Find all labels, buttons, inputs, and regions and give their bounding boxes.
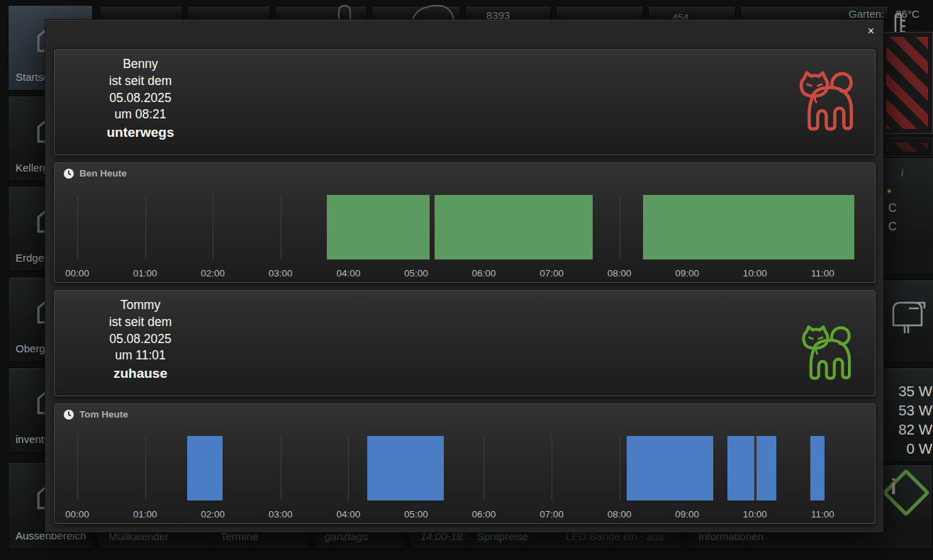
power-value: 82 W <box>882 420 932 439</box>
axis-tick-label: 01:00 <box>133 268 157 279</box>
smart-home-dashboard: StartseiteKellergeschossErdgeschossOberg… <box>0 0 933 560</box>
tom-chart-panel: Tom Heute 00:0001:0002:0003:0004:0005:00… <box>54 403 876 524</box>
axis-tick-label: 10:00 <box>743 268 767 279</box>
close-icon[interactable]: × <box>868 26 874 37</box>
graph-curve-icon <box>410 3 459 20</box>
chart-title: Tom Heute <box>79 409 128 420</box>
clock-icon <box>63 168 74 179</box>
axis-tick-label: 10:00 <box>743 509 767 520</box>
gridline <box>77 436 78 500</box>
since-date: 05.08.2025 <box>55 331 226 348</box>
cat-icon <box>796 58 861 145</box>
tom-timeline-plot: 00:0001:0002:0003:0004:0005:0006:0007:00… <box>62 436 874 500</box>
presence-bar <box>327 195 430 259</box>
gridline <box>620 436 620 500</box>
tommy-status-text: Tommy ist seit dem 05.08.2025 um 11:01 z… <box>55 297 226 382</box>
gridline <box>755 436 756 500</box>
garden-label: Garten: <box>849 8 884 20</box>
axis-tick-label: 02:00 <box>201 268 225 279</box>
information-i-glyph: i <box>890 475 896 499</box>
presence-bar <box>367 436 444 500</box>
axis-tick-label: 03:00 <box>269 509 293 520</box>
axis-tick-label: 01:00 <box>133 509 157 520</box>
axis-tick-label: 04:00 <box>336 509 360 520</box>
gridline <box>348 436 349 500</box>
presence-bar <box>727 436 754 500</box>
presence-bar <box>435 195 593 259</box>
cat-name: Tommy <box>55 297 226 314</box>
benny-status-panel: Benny ist seit dem 05.08.2025 um 08:21 u… <box>54 49 876 155</box>
gridline <box>484 436 484 500</box>
axis-tick-label: 04:00 <box>336 268 360 279</box>
chart-title: Ben Heute <box>79 168 127 179</box>
top-tile-sliver[interactable] <box>556 6 644 20</box>
gridline <box>281 436 281 500</box>
cat-name: Benny <box>55 56 226 73</box>
axis-tick-label: 00:00 <box>65 268 89 279</box>
axis-tick-label: 11:00 <box>811 509 834 520</box>
top-tile-sliver[interactable] <box>99 6 183 20</box>
amber-mark: ✶ <box>885 186 893 196</box>
gridline <box>552 436 552 500</box>
gridline <box>213 195 213 259</box>
axis-tick-label: 08:00 <box>608 268 632 279</box>
axis-tick-label: 05:00 <box>404 509 428 520</box>
benny-status-text: Benny ist seit dem 05.08.2025 um 08:21 u… <box>55 56 226 141</box>
hazard-stripe-tile[interactable] <box>881 32 933 134</box>
since-line: ist seit dem <box>55 314 226 331</box>
axis-tick-label: 07:00 <box>540 509 564 520</box>
status-value: zuhause <box>55 365 226 382</box>
top-tile-sliver[interactable] <box>187 6 271 20</box>
cat-tracker-dialog: × Benny ist seit dem 05.08.2025 um 08:21… <box>45 20 883 532</box>
axis-tick-label: 02:00 <box>201 509 225 520</box>
info-mark: i <box>901 167 903 179</box>
partial-temp-line: C <box>888 202 897 215</box>
weather-tile[interactable]: i ✶ C C <box>881 157 933 275</box>
clock-icon <box>63 409 74 420</box>
gridline <box>281 195 281 259</box>
axis-tick-label: 09:00 <box>675 268 699 279</box>
appliance-icon <box>333 4 362 20</box>
power-value: 0 W <box>882 439 932 458</box>
power-tile[interactable]: 35 W 53 W 82 W 0 W <box>881 367 933 462</box>
axis-tick-label: 11:00 <box>811 268 834 279</box>
gridline <box>620 195 620 259</box>
axis-tick-label: 09:00 <box>675 509 699 520</box>
ben-timeline-plot: 00:0001:0002:0003:0004:0005:0006:0007:00… <box>62 195 874 259</box>
presence-bar <box>810 436 825 500</box>
partial-temp-line: C <box>888 220 897 233</box>
gridline <box>77 195 78 259</box>
power-value: 53 W <box>882 401 932 420</box>
axis-tick-label: 07:00 <box>540 268 564 279</box>
axis-tick-label: 06:00 <box>472 268 496 279</box>
mailbox-icon <box>886 298 929 338</box>
presence-bar <box>627 436 713 500</box>
power-value: 35 W <box>882 381 932 401</box>
since-time: um 08:21 <box>55 106 226 123</box>
axis-tick-label: 03:00 <box>269 268 293 279</box>
axis-tick-label: 08:00 <box>608 509 632 520</box>
hazard-stripe-sliver <box>881 138 933 157</box>
presence-bar <box>187 436 223 500</box>
gridline <box>145 436 146 500</box>
since-line: ist seit dem <box>55 73 226 90</box>
mailbox-tile[interactable] <box>881 279 933 363</box>
axis-tick-label: 05:00 <box>404 268 428 279</box>
cat-icon <box>799 316 859 390</box>
ben-chart-panel: Ben Heute 00:0001:0002:0003:0004:0005:00… <box>54 162 876 283</box>
top-tile-sliver[interactable] <box>648 6 736 20</box>
status-value: unterwegs <box>55 124 226 141</box>
gridline <box>145 195 146 259</box>
axis-tick-label: 00:00 <box>65 509 89 520</box>
since-date: 05.08.2025 <box>55 90 226 107</box>
presence-bar <box>756 436 777 500</box>
presence-bar <box>643 195 854 259</box>
since-time: um 11:01 <box>55 347 226 364</box>
tommy-status-panel: Tommy ist seit dem 05.08.2025 um 11:01 z… <box>54 290 876 396</box>
axis-tick-label: 06:00 <box>472 509 496 520</box>
